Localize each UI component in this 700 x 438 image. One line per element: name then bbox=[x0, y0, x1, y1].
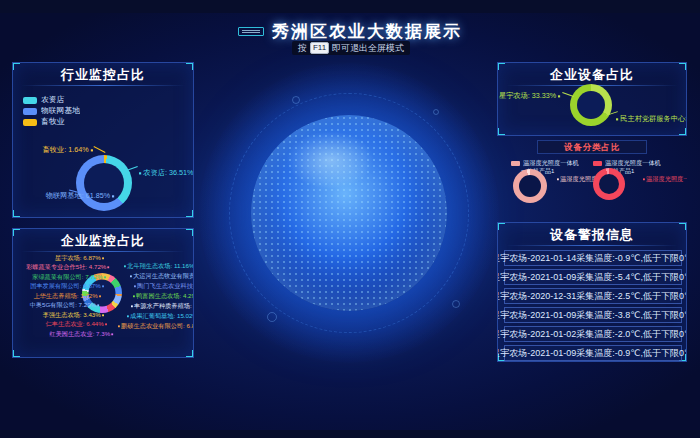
globe bbox=[251, 115, 447, 311]
slice-label: 民主村党群服务中心: bbox=[616, 114, 687, 124]
alarm-row: 星宇农场-2021-01-09采集温度:-0.9℃,低于下限0℃ bbox=[504, 345, 682, 361]
title-divider bbox=[21, 251, 185, 252]
panel-title: 设备警报信息 bbox=[498, 223, 686, 245]
device-ratio-donut-chart[interactable] bbox=[570, 84, 612, 126]
title-divider bbox=[21, 85, 185, 86]
corner-bracket-icon bbox=[679, 128, 687, 136]
corner-bracket-icon bbox=[12, 228, 20, 236]
slice-label: 李强生态农场: 3.43% bbox=[43, 311, 104, 320]
slice-label: 鸭富园生态农场: 4.29 bbox=[133, 292, 194, 301]
title-divider bbox=[506, 245, 678, 246]
slice-label: 北斗翔生态农场: 11.16% bbox=[124, 262, 194, 271]
leader-line bbox=[562, 92, 574, 97]
alarm-text: 星宇农场-2021-01-09采集温度:-5.4℃,低于下限0℃ bbox=[497, 271, 687, 284]
device-alarm-panel: 设备警报信息 星宇农场-2021-01-14采集温度:-0.9℃,低于下限0℃ … bbox=[497, 222, 687, 362]
corner-bracket-icon bbox=[12, 62, 20, 70]
corner-bracket-icon bbox=[186, 62, 194, 70]
corner-bracket-icon bbox=[12, 350, 20, 358]
donut-hole bbox=[577, 91, 605, 119]
device-class-right-donut[interactable] bbox=[593, 168, 625, 200]
corner-bracket-icon bbox=[679, 62, 687, 70]
alarm-text: 星宇农场-2021-01-14采集温度:-0.9℃,低于下限0℃ bbox=[497, 252, 687, 265]
decor-circle bbox=[267, 312, 277, 322]
alarm-row: 星宇农场-2021-01-14采集温度:-0.9℃,低于下限0℃ bbox=[504, 250, 682, 266]
top-strip bbox=[0, 0, 700, 13]
slice-label: 温湿度光照度一体机 bbox=[643, 175, 687, 184]
f11-keycap: F11 bbox=[310, 42, 329, 54]
corner-bracket-icon bbox=[186, 210, 194, 218]
device-ratio-panel: 企业设备占比 星宇农场: 33.33% 民主村党群服务中心: bbox=[497, 62, 687, 136]
legend-swatch bbox=[23, 119, 37, 126]
donut-hole bbox=[599, 174, 619, 194]
alarm-text: 星宇农场-2021-01-09采集温度:-3.8℃,低于下限0℃ bbox=[497, 309, 687, 322]
slice-label: 农资店: 36.51% bbox=[139, 168, 193, 178]
slice-label: 仁丰生态农业: 6.44% bbox=[46, 320, 107, 329]
industry-monitor-panel: 行业监控占比 农资店 物联网基地 畜牧业 畜牧业: 1.64% 农资店: 36.… bbox=[12, 62, 194, 218]
dashboard: 秀洲区农业大数据展示 按 F11 即可退出全屏模式 行业监控占比 农资店 物联网… bbox=[0, 0, 700, 438]
legend-label: 畜牧业 bbox=[41, 117, 64, 128]
slice-label: 陶门飞生态农业科技有限公 bbox=[134, 282, 194, 291]
slice-label: 中奥5G有限公司: 7.29% bbox=[29, 301, 99, 310]
alarm-text: 星宇农场-2021-01-09采集温度:-0.9℃,低于下限0℃ bbox=[497, 347, 687, 360]
decor-circle bbox=[292, 96, 300, 104]
fullscreen-hint: 按 F11 即可退出全屏模式 bbox=[292, 41, 410, 55]
slice-label: 畜牧业: 1.64% bbox=[43, 145, 93, 155]
device-class-panel: 设备分类占比 温湿度光照度一体机 温湿度光照度一体机 一体机产品1 一体机产品1… bbox=[497, 140, 687, 206]
donut-hole bbox=[519, 175, 541, 197]
bottom-strip bbox=[0, 430, 700, 438]
leader-line bbox=[94, 146, 106, 153]
corner-bracket-icon bbox=[642, 149, 647, 154]
device-class-left-donut[interactable] bbox=[513, 169, 547, 203]
panel-title: 企业设备占比 bbox=[498, 63, 686, 85]
legend-swatch bbox=[23, 97, 37, 104]
corner-bracket-icon bbox=[186, 228, 194, 236]
alarm-row: 星宇农场-2021-01-09采集温度:-3.8℃,低于下限0℃ bbox=[504, 307, 682, 323]
legend-item-animal-husbandry[interactable]: 畜牧业 bbox=[23, 115, 71, 129]
leader-line bbox=[126, 166, 138, 171]
panel-title: 企业监控占比 bbox=[13, 229, 193, 251]
corner-bracket-icon bbox=[497, 128, 505, 136]
decor-circle bbox=[452, 300, 460, 308]
corner-bracket-icon bbox=[497, 222, 505, 230]
slice-label: 上华生态养殖场: 1.72% bbox=[33, 292, 101, 301]
alarm-row: 星宇农场-2021-01-02采集温度:-2.0℃,低于下限0℃ bbox=[504, 326, 682, 342]
corner-bracket-icon bbox=[12, 210, 20, 218]
panel-title: 设备分类占比 bbox=[564, 141, 620, 153]
slice-label: 彩蝶蔬菜专业合作5社: 4.72% bbox=[26, 263, 109, 272]
slice-label: 星宇农场: 33.33% bbox=[498, 91, 560, 101]
hint-suffix: 即可退出全屏模式 bbox=[332, 42, 404, 55]
alarm-text: 星宇农场-2020-12-31采集温度:-2.5℃,低于下限0℃ bbox=[497, 290, 687, 303]
hint-prefix: 按 bbox=[298, 42, 307, 55]
alarm-row: 星宇农场-2020-12-31采集温度:-2.5℃,低于下限0℃ bbox=[504, 288, 682, 304]
legend-swatch bbox=[511, 161, 520, 166]
page-title: 秀洲区农业大数据展示 bbox=[272, 20, 462, 43]
corner-bracket-icon bbox=[186, 350, 194, 358]
alarm-text: 星宇农场-2021-01-02采集温度:-2.0℃,低于下限0℃ bbox=[497, 328, 687, 341]
slice-label: 国丰发展有限公司: 6.87% bbox=[30, 282, 104, 291]
slice-label: 成果汇葡萄基地: 15.02% bbox=[127, 312, 194, 321]
slice-label: 星宇农场: 6.87% bbox=[55, 254, 104, 263]
corner-bracket-icon bbox=[537, 140, 542, 145]
legend-swatch bbox=[23, 108, 37, 115]
decor-circle bbox=[433, 109, 439, 115]
slice-label: 丰源水产种质养殖场: 1. bbox=[131, 302, 194, 311]
enterprise-monitor-panel: 企业监控占比 星宇农场: 6.87% 彩蝶蔬菜专业合作5社: 4.72% 家绿蔬… bbox=[12, 228, 194, 358]
panel-title: 行业监控占比 bbox=[13, 63, 193, 85]
corner-bracket-icon bbox=[679, 222, 687, 230]
industry-donut-chart[interactable] bbox=[76, 155, 132, 211]
alarm-row: 星宇农场-2021-01-09采集温度:-5.4℃,低于下限0℃ bbox=[504, 269, 682, 285]
header: 秀洲区农业大数据展示 bbox=[0, 20, 700, 43]
slice-label: 家绿蔬菜有限公司: 7.72% bbox=[32, 273, 106, 282]
section-title-bar: 设备分类占比 bbox=[537, 140, 647, 154]
slice-label: 红美园生态农业: 7.3% bbox=[49, 330, 113, 339]
brand-logo bbox=[238, 27, 264, 36]
legend-swatch bbox=[593, 161, 602, 166]
slice-label: 大运河生态牧业有限责任公 bbox=[130, 272, 194, 281]
corner-bracket-icon bbox=[497, 62, 505, 70]
slice-label: 鹏硕生态农业有限公司: 6.879 bbox=[118, 322, 194, 331]
